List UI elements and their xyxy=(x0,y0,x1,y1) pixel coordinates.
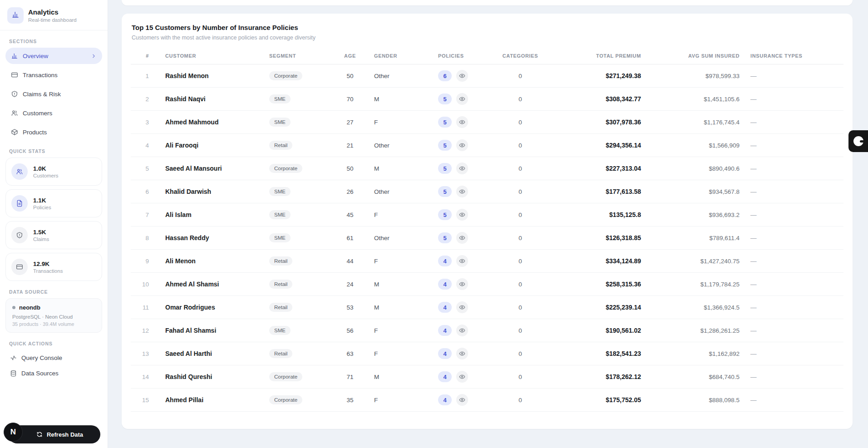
view-policies-button[interactable] xyxy=(456,255,468,267)
col-categories: CATEGORIES xyxy=(479,53,561,59)
segment-cell: Retail xyxy=(257,280,330,289)
policies-cell: 4 xyxy=(420,278,479,290)
sidebar-item-transactions[interactable]: Transactions xyxy=(5,67,102,83)
age-cell: 56 xyxy=(330,327,370,334)
segment-badge: SME xyxy=(269,187,291,196)
activity-icon xyxy=(10,354,17,361)
avg-sum-insured-cell: $978,599.33 xyxy=(645,73,745,79)
floating-widget-tab[interactable] xyxy=(848,130,868,152)
col-total-premium: TOTAL PREMIUM xyxy=(561,53,645,59)
total-premium-cell: $175,752.05 xyxy=(561,396,645,404)
segment-cell: SME xyxy=(257,233,330,242)
sidebar-item-products[interactable]: Products xyxy=(5,124,102,140)
stat-value: 1.5K xyxy=(33,229,49,236)
avg-sum-insured-cell: $684,740.5 xyxy=(645,374,745,380)
n-logo-icon: N xyxy=(10,428,16,437)
customer-name: Rashid Menon xyxy=(153,72,257,79)
total-premium-cell: $271,249.38 xyxy=(561,72,645,79)
nextjs-dev-badge[interactable]: N xyxy=(4,423,23,442)
segment-cell: Retail xyxy=(257,256,330,266)
view-policies-button[interactable] xyxy=(456,371,468,383)
stat-value: 1.1K xyxy=(33,197,51,204)
sidebar-footer: Refresh Data N xyxy=(0,422,108,444)
view-policies-button[interactable] xyxy=(456,70,468,82)
sidebar-item-customers[interactable]: Customers xyxy=(5,105,102,121)
eye-icon xyxy=(459,142,465,148)
age-cell: 61 xyxy=(330,235,370,241)
avg-sum-insured-cell: $1,566,909 xyxy=(645,142,745,149)
policies-cell: 5 xyxy=(420,186,479,197)
sidebar-item-claims-risk[interactable]: Claims & Risk xyxy=(5,86,102,102)
total-premium-cell: $177,613.58 xyxy=(561,188,645,195)
table-row: 14 Rashid Qureshi Corporate 71 M 4 xyxy=(131,365,843,389)
view-policies-button[interactable] xyxy=(456,116,468,128)
policies-count-badge: 6 xyxy=(438,70,452,81)
view-policies-button[interactable] xyxy=(456,139,468,151)
view-policies-button[interactable] xyxy=(456,394,468,406)
view-policies-button[interactable] xyxy=(456,186,468,197)
data-source-type: PostgreSQL · Neon Cloud xyxy=(12,314,95,320)
data-source-label: DATA SOURCE xyxy=(9,289,99,295)
sidebar-item-overview[interactable]: Overview xyxy=(5,48,102,64)
categories-cell: 0 xyxy=(479,119,561,126)
policies-count-badge: 4 xyxy=(438,371,452,382)
eye-icon xyxy=(459,119,465,125)
policies-cell: 4 xyxy=(420,394,479,406)
sidebar-item-label: Products xyxy=(23,129,47,136)
avg-sum-insured-cell: $789,611.4 xyxy=(645,235,745,241)
credit-card-icon xyxy=(11,71,18,79)
eye-icon xyxy=(459,96,465,102)
view-policies-button[interactable] xyxy=(456,348,468,359)
policies-count-badge: 5 xyxy=(438,117,452,128)
view-policies-button[interactable] xyxy=(456,209,468,221)
categories-cell: 0 xyxy=(479,165,561,172)
table-row: 15 Ahmed Pillai Corporate 35 F 4 xyxy=(131,389,843,412)
rank-cell: 10 xyxy=(131,281,153,288)
eye-icon xyxy=(459,327,465,334)
policies-cell: 5 xyxy=(420,93,479,105)
shield-alert-icon xyxy=(11,90,18,98)
age-cell: 71 xyxy=(330,374,370,380)
insurance-types-cell: — xyxy=(745,397,843,404)
rank-cell: 15 xyxy=(131,397,153,404)
policies-cell: 6 xyxy=(420,70,479,82)
sidebar-item-label: Transactions xyxy=(23,72,58,79)
table-row: 6 Khalid Darwish SME 26 Other 5 xyxy=(131,180,843,203)
segment-cell: Retail xyxy=(257,303,330,312)
data-source-card: neondb PostgreSQL · Neon Cloud 35 produc… xyxy=(5,298,102,333)
total-premium-cell: $307,978.36 xyxy=(561,118,645,126)
total-premium-cell: $227,313.04 xyxy=(561,165,645,172)
view-policies-button[interactable] xyxy=(456,232,468,244)
policies-count-badge: 5 xyxy=(438,163,452,174)
customer-name: Ali Islam xyxy=(153,211,257,218)
view-policies-button[interactable] xyxy=(456,162,468,174)
categories-cell: 0 xyxy=(479,96,561,103)
circle-glyph-icon xyxy=(853,136,863,146)
eye-icon xyxy=(459,188,465,195)
action-data-sources[interactable]: Data Sources xyxy=(5,365,102,381)
view-policies-button[interactable] xyxy=(456,325,468,336)
bar-chart-icon xyxy=(11,52,18,59)
policies-cell: 5 xyxy=(420,139,479,151)
avg-sum-insured-cell: $1,427,240.75 xyxy=(645,258,745,265)
segment-badge: SME xyxy=(269,210,291,219)
segment-cell: SME xyxy=(257,326,330,335)
view-policies-button[interactable] xyxy=(456,278,468,290)
col-policies: POLICIES xyxy=(420,53,479,59)
view-policies-button[interactable] xyxy=(456,301,468,313)
stat-card-policies: 1.1K Policies xyxy=(5,189,102,217)
policies-cell: 4 xyxy=(420,348,479,359)
table-row: 12 Fahad Al Shamsi SME 56 F 4 xyxy=(131,319,843,342)
view-policies-button[interactable] xyxy=(456,93,468,105)
total-premium-cell: $178,262.12 xyxy=(561,373,645,380)
customer-name: Fahad Al Shamsi xyxy=(153,327,257,334)
col-customer: CUSTOMER xyxy=(153,53,257,59)
segment-badge: SME xyxy=(269,233,291,242)
categories-cell: 0 xyxy=(479,258,561,265)
policies-count-badge: 4 xyxy=(438,256,452,266)
insurance-types-cell: — xyxy=(745,73,843,79)
segment-badge: Corporate xyxy=(269,372,302,381)
action-query-console[interactable]: Query Console xyxy=(5,350,102,365)
gender-cell: F xyxy=(370,350,420,357)
gender-cell: F xyxy=(370,327,420,334)
